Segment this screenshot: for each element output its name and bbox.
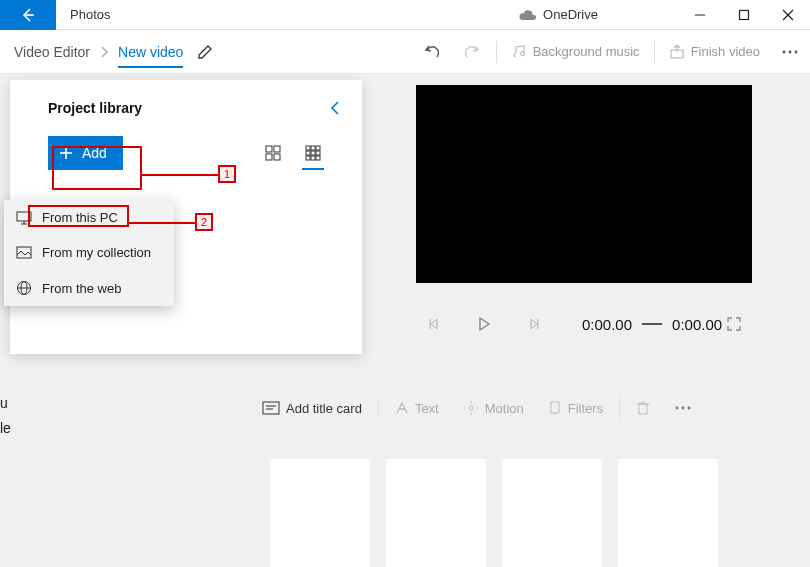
time-separator [642, 323, 662, 325]
redo-button[interactable] [452, 30, 492, 74]
chevron-left-icon [330, 100, 340, 116]
cutoff-text: u [0, 395, 8, 411]
trash-icon [636, 400, 650, 416]
svg-rect-39 [639, 404, 647, 414]
breadcrumb: Video Editor New video [14, 36, 183, 68]
web-icon [16, 280, 32, 296]
close-icon [782, 9, 794, 21]
svg-rect-33 [263, 402, 279, 414]
finish-video-button[interactable]: Finish video [659, 30, 770, 74]
time-total: 0:00.00 [672, 316, 722, 333]
undo-button[interactable] [412, 30, 452, 74]
annotation-box-add [52, 146, 142, 190]
fullscreen-button[interactable] [716, 316, 752, 332]
add-title-card-button[interactable]: Add title card [250, 401, 374, 416]
svg-point-7 [789, 50, 792, 53]
toolbar-separator [496, 41, 497, 63]
more-button[interactable] [770, 30, 810, 74]
svg-rect-21 [306, 156, 310, 160]
minimize-icon [694, 9, 706, 21]
video-preview[interactable] [416, 85, 752, 283]
motion-icon [463, 401, 479, 415]
text-icon [395, 401, 409, 415]
svg-rect-18 [306, 151, 310, 155]
edit-separator [378, 398, 379, 418]
svg-point-44 [688, 407, 691, 410]
cutoff-text: le [0, 420, 11, 436]
onedrive-label: OneDrive [543, 7, 598, 22]
annotation-line-2 [129, 222, 195, 224]
bg-music-label: Background music [533, 44, 640, 59]
next-frame-icon [527, 317, 541, 331]
prev-frame-button[interactable] [416, 317, 452, 331]
edit-separator [619, 398, 620, 418]
back-arrow-icon [20, 7, 36, 23]
player-controls: 0:00.00 0:00.00 [416, 304, 752, 344]
maximize-icon [738, 9, 750, 21]
view-small-button[interactable] [302, 142, 324, 164]
close-button[interactable] [766, 0, 810, 30]
edit-more-button[interactable] [662, 405, 704, 411]
svg-rect-17 [316, 146, 320, 150]
menu-item-from-collection[interactable]: From my collection [4, 235, 174, 270]
app-title: Photos [70, 7, 110, 22]
redo-icon [463, 44, 481, 60]
back-button[interactable] [0, 0, 56, 30]
menu-from-web-label: From the web [42, 281, 121, 296]
filters-button[interactable]: Filters [536, 401, 615, 416]
title-card-label: Add title card [286, 401, 362, 416]
undo-icon [423, 44, 441, 60]
main-toolbar: Video Editor New video Background music … [0, 30, 810, 74]
maximize-button[interactable] [722, 0, 766, 30]
svg-point-6 [783, 50, 786, 53]
svg-rect-15 [306, 146, 310, 150]
background-music-button[interactable]: Background music [501, 30, 650, 74]
fullscreen-icon [726, 316, 742, 332]
svg-rect-22 [311, 156, 315, 160]
timeline-slot[interactable] [270, 459, 370, 567]
timeline-slot[interactable] [618, 459, 718, 567]
filters-label: Filters [568, 401, 603, 416]
svg-rect-12 [274, 146, 280, 152]
breadcrumb-parent[interactable]: Video Editor [14, 44, 90, 60]
svg-rect-37 [551, 402, 559, 413]
timeline [0, 457, 810, 567]
text-label: Text [415, 401, 439, 416]
prev-frame-icon [427, 317, 441, 331]
filters-icon [548, 401, 562, 415]
minimize-button[interactable] [678, 0, 722, 30]
annotation-box-from-pc [28, 205, 129, 227]
library-title: Project library [48, 100, 330, 116]
menu-item-from-web[interactable]: From the web [4, 270, 174, 306]
svg-rect-20 [316, 151, 320, 155]
edit-toolbar: Add title card Text Motion Filters [250, 388, 790, 428]
music-icon [511, 44, 527, 60]
collapse-library-button[interactable] [330, 100, 340, 116]
view-large-button[interactable] [262, 142, 284, 164]
grid-large-icon [265, 145, 281, 161]
rename-button[interactable] [197, 44, 213, 60]
toolbar-separator [654, 41, 655, 63]
svg-rect-23 [316, 156, 320, 160]
svg-point-8 [795, 50, 798, 53]
play-button[interactable] [466, 316, 502, 332]
svg-rect-16 [311, 146, 315, 150]
svg-rect-11 [266, 146, 272, 152]
timeline-slot[interactable] [386, 459, 486, 567]
svg-rect-2 [740, 10, 749, 19]
onedrive-status[interactable]: OneDrive [519, 7, 598, 22]
play-icon [477, 316, 491, 332]
breadcrumb-current[interactable]: New video [118, 44, 183, 68]
next-frame-button[interactable] [516, 317, 552, 331]
annotation-line-1 [142, 174, 218, 176]
cloud-icon [519, 9, 537, 21]
text-button[interactable]: Text [383, 401, 451, 416]
svg-rect-19 [311, 151, 315, 155]
chevron-right-icon [100, 46, 108, 58]
export-icon [669, 44, 685, 60]
motion-button[interactable]: Motion [451, 401, 536, 416]
finish-label: Finish video [691, 44, 760, 59]
timeline-slot[interactable] [502, 459, 602, 567]
delete-button[interactable] [624, 400, 662, 416]
title-card-icon [262, 401, 280, 415]
